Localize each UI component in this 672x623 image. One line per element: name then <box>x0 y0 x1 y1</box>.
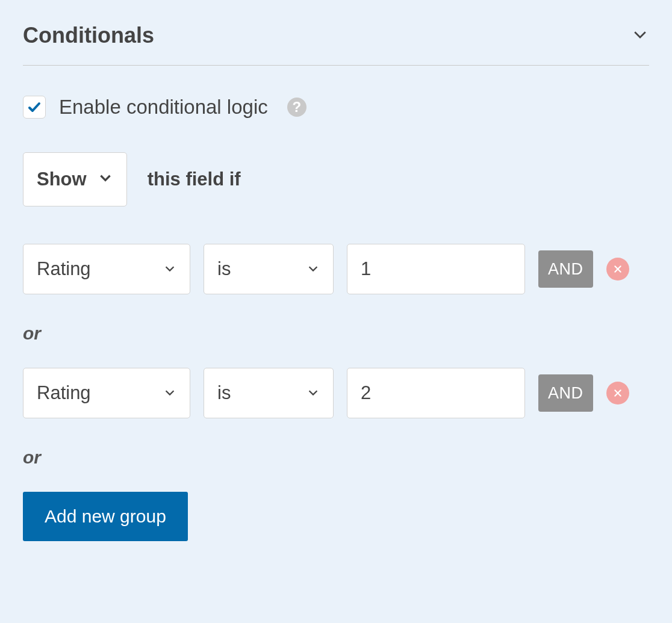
chevron-down-icon <box>98 169 113 190</box>
condition-field-value: Rating <box>37 258 91 280</box>
action-row: Show this field if <box>23 152 649 206</box>
delete-condition-button[interactable] <box>606 258 629 281</box>
condition-operator-value: is <box>217 382 231 404</box>
and-button[interactable]: AND <box>538 374 593 412</box>
and-button[interactable]: AND <box>538 250 593 288</box>
condition-field-value: Rating <box>37 382 91 404</box>
chevron-down-icon <box>163 258 176 280</box>
enable-conditional-checkbox[interactable] <box>23 96 46 119</box>
chevron-down-icon <box>631 25 649 46</box>
condition-field-select[interactable]: Rating <box>23 368 190 418</box>
action-select[interactable]: Show <box>23 152 127 206</box>
chevron-down-icon <box>306 382 320 404</box>
or-separator: or <box>23 447 649 468</box>
condition-row: Rating is AND <box>23 244 649 294</box>
conditionals-panel-header[interactable]: Conditionals <box>23 12 649 66</box>
condition-operator-select[interactable]: is <box>204 368 334 418</box>
close-icon <box>613 264 623 274</box>
enable-conditional-label: Enable conditional logic <box>59 96 268 119</box>
or-separator: or <box>23 323 649 344</box>
condition-field-select[interactable]: Rating <box>23 244 190 294</box>
help-icon[interactable]: ? <box>287 98 306 117</box>
chevron-down-icon <box>163 382 176 404</box>
action-select-value: Show <box>37 169 87 190</box>
enable-conditional-row: Enable conditional logic ? <box>23 96 649 119</box>
condition-operator-select[interactable]: is <box>204 244 334 294</box>
add-new-group-button[interactable]: Add new group <box>23 492 188 541</box>
condition-operator-value: is <box>217 258 231 280</box>
close-icon <box>613 388 623 398</box>
condition-value-input[interactable] <box>347 368 525 418</box>
action-suffix-text: this field if <box>148 169 241 190</box>
chevron-down-icon <box>306 258 320 280</box>
condition-row: Rating is AND <box>23 368 649 418</box>
delete-condition-button[interactable] <box>606 382 629 404</box>
panel-title: Conditionals <box>23 23 154 48</box>
condition-value-input[interactable] <box>347 244 525 294</box>
